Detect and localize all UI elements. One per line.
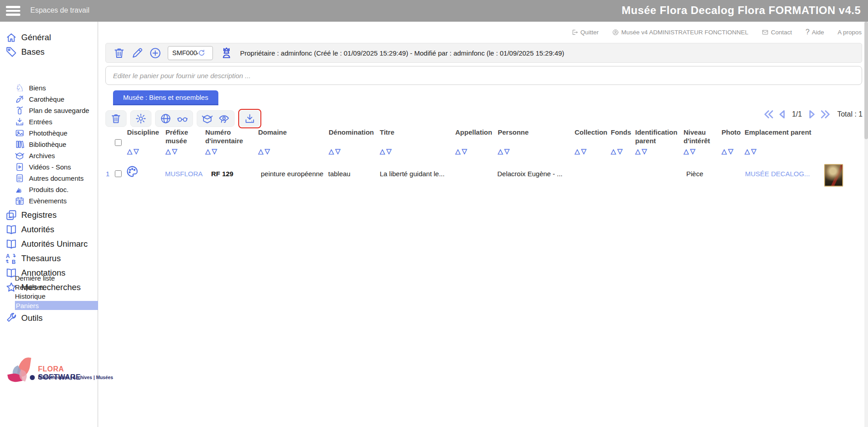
trash-icon xyxy=(110,113,122,124)
basket-id-field xyxy=(168,46,213,60)
palette-icon[interactable] xyxy=(126,165,139,178)
basket-toolbar: Propriétaire : adminfonc (Créé le : 01/0… xyxy=(105,43,862,63)
last-page-button[interactable] xyxy=(819,108,831,120)
sort-arrows-denomination[interactable]: △▽ xyxy=(329,147,342,155)
sidebar-item-paniers[interactable]: Paniers xyxy=(15,301,98,310)
sidebar-item-phototheque[interactable]: Photothèque xyxy=(0,127,98,139)
sort-arrows-personne[interactable]: △▽ xyxy=(498,147,511,155)
export-download-button[interactable] xyxy=(240,110,260,127)
row-checkbox[interactable] xyxy=(115,170,122,177)
sidebar-item-carotheque[interactable]: Carothèque xyxy=(0,94,98,105)
row-index-link[interactable]: 1 xyxy=(106,170,109,178)
row-denomination: tableau xyxy=(328,170,350,178)
logo-dot xyxy=(30,375,35,380)
hamburger-menu-icon[interactable] xyxy=(6,6,20,16)
open-box-icon xyxy=(15,151,24,160)
row-photo-thumbnail[interactable] xyxy=(824,164,843,187)
sidebar-item-bibliotheque[interactable]: Bibliothèque xyxy=(0,139,98,150)
open-book-icon xyxy=(5,224,17,235)
column-header: Fonds xyxy=(611,128,631,137)
sidebar-item-produits-doc[interactable]: Produits doc. xyxy=(0,184,98,195)
sort-arrows-niveau[interactable]: △▽ xyxy=(684,147,697,155)
sort-arrows-appellation[interactable]: △▽ xyxy=(455,147,468,155)
sidebar-item-registres[interactable]: Registres xyxy=(0,208,98,222)
sidebar-item-entrees[interactable]: Entrées xyxy=(0,116,98,127)
open-box-icon xyxy=(202,113,213,124)
web-view-button[interactable] xyxy=(155,110,193,127)
total-count: Total : 1 xyxy=(837,110,863,118)
row-personne: Delacroix Eugène - ... xyxy=(497,170,562,178)
remove-from-basket-button[interactable] xyxy=(105,110,127,127)
sidebar-item-historique[interactable]: Historique xyxy=(15,291,83,300)
next-page-button[interactable] xyxy=(806,108,817,120)
sidebar-item-evenements[interactable]: Evènements xyxy=(0,195,98,206)
sidebar-item-bases[interactable]: Bases xyxy=(0,45,98,59)
settings-button[interactable] xyxy=(130,110,151,127)
sidebar-item-autres-documents[interactable]: Autres documents xyxy=(0,173,98,184)
books-icon xyxy=(15,140,24,149)
sort-arrows-domaine[interactable]: △▽ xyxy=(258,147,271,155)
add-basket-icon[interactable] xyxy=(149,47,161,59)
row-titre: La liberté guidant le... xyxy=(380,170,444,178)
gear-icon xyxy=(135,113,146,124)
top-bar: Espaces de travail Musée Flora Decalog F… xyxy=(0,0,868,22)
column-header: Identification parent xyxy=(635,128,689,145)
sort-arrows-discipline[interactable]: △▽ xyxy=(127,147,140,155)
basket-id-input[interactable] xyxy=(168,49,198,56)
sort-arrows-emplacement[interactable]: △▽ xyxy=(745,147,758,155)
sidebar-item-autorites[interactable]: Autorités xyxy=(0,223,98,236)
sort-arrows-fonds[interactable]: △▽ xyxy=(611,147,624,155)
sidebar-item-general[interactable]: Général xyxy=(0,31,98,44)
main-content: Propriétaire : adminfonc (Créé le : 01/0… xyxy=(99,22,864,427)
a-b-swap-icon: AB xyxy=(5,253,17,264)
svg-text:B: B xyxy=(12,259,16,264)
sidebar-item-videos-sons[interactable]: Vidéos - Sons xyxy=(0,161,98,173)
sort-arrows-titre[interactable]: △▽ xyxy=(380,147,393,155)
sort-arrows-prefixe[interactable]: △▽ xyxy=(165,147,179,155)
sidebar-item-archives[interactable]: Archives xyxy=(0,150,98,161)
sort-arrows-identification[interactable]: △▽ xyxy=(635,147,648,155)
sort-arrows-photo[interactable]: △▽ xyxy=(722,147,735,155)
calendar-icon xyxy=(15,196,24,206)
inbox-download-icon xyxy=(15,117,24,127)
basket-description-input[interactable] xyxy=(105,66,862,85)
open-book-icon xyxy=(5,238,17,250)
table-row: 1 MUSFLORA RF 129 peinture européenne ta… xyxy=(99,162,864,193)
column-header: Domaine xyxy=(258,128,287,137)
triangle-right-icon xyxy=(806,108,817,120)
scrollbar-track[interactable] xyxy=(864,22,868,427)
sidebar-item-thesaurus[interactable]: AB Thesaurus xyxy=(0,252,98,265)
previous-page-button[interactable] xyxy=(777,108,788,120)
sidebar-item-derniere-liste[interactable]: Dernière liste xyxy=(15,273,83,282)
sidebar-item-outils[interactable]: Outils xyxy=(0,311,98,325)
first-page-button[interactable] xyxy=(763,108,775,120)
edit-basket-icon[interactable] xyxy=(131,47,143,59)
row-emplacement-parent-link[interactable]: MUSÉE DECALOG... xyxy=(745,170,810,178)
pagination: 1/1 Total : 1 xyxy=(763,108,863,120)
sort-arrows-numero[interactable]: △▽ xyxy=(205,147,218,155)
museum-tools-button[interactable] xyxy=(197,110,235,127)
column-header: Dénomination xyxy=(329,128,374,137)
glasses-icon xyxy=(177,113,188,124)
row-numero-inventaire: RF 129 xyxy=(211,170,233,178)
refresh-icon[interactable] xyxy=(198,49,205,56)
column-header: Personne xyxy=(498,128,528,137)
sidebar-item-biens[interactable]: ♘ Biens xyxy=(0,82,98,94)
column-header: Collection xyxy=(575,128,608,137)
flora-software-logo: FLORA SOFTWARE Bibliothèques | Archives … xyxy=(8,357,92,389)
sort-arrows-collection[interactable]: △▽ xyxy=(575,147,588,155)
tab-musee-biens-ensembles[interactable]: Musée : Biens et ensembles xyxy=(113,90,218,105)
scrollbar-thumb[interactable] xyxy=(864,22,868,139)
select-all-checkbox[interactable] xyxy=(115,139,122,146)
image-icon xyxy=(15,128,24,138)
sidebar: Général Bases ♘ Biens Carothèque Plan de… xyxy=(0,22,98,427)
carrot-icon xyxy=(15,94,24,104)
result-toolbar xyxy=(105,110,261,127)
delete-basket-icon[interactable] xyxy=(113,47,125,59)
page-indicator: 1/1 xyxy=(792,110,802,118)
sidebar-item-requetes[interactable]: Requêtes xyxy=(15,282,83,291)
sidebar-item-plan-sauvegarde[interactable]: Plan de sauvegarde xyxy=(0,105,98,116)
sidebar-item-autorites-unimarc[interactable]: Autorités Unimarc xyxy=(0,237,98,251)
row-prefixe-link[interactable]: MUSFLORA xyxy=(165,170,203,178)
workspace-label[interactable]: Espaces de travail xyxy=(30,6,90,14)
